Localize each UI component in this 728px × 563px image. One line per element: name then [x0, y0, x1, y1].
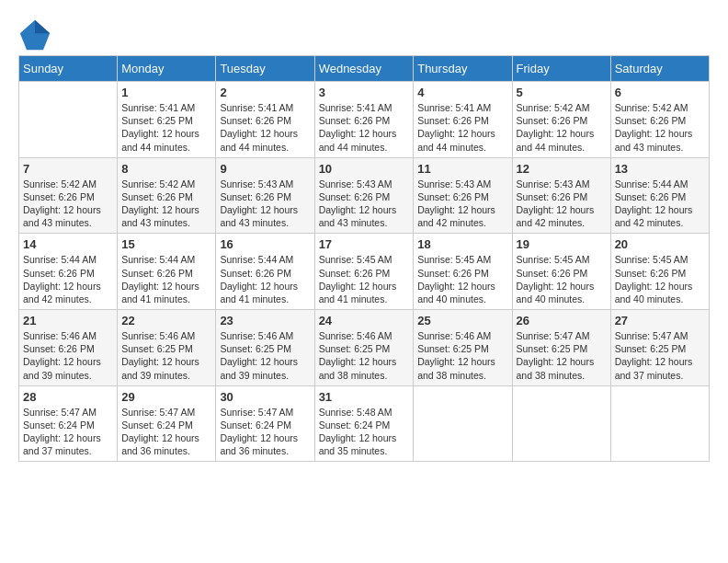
- day-number: 14: [23, 237, 113, 251]
- day-info: Sunrise: 5:47 AM Sunset: 6:24 PM Dayligh…: [220, 406, 310, 458]
- day-info: Sunrise: 5:41 AM Sunset: 6:26 PM Dayligh…: [319, 101, 410, 154]
- day-header-sunday: Sunday: [19, 56, 118, 82]
- day-info: Sunrise: 5:46 AM Sunset: 6:25 PM Dayligh…: [417, 329, 507, 382]
- calendar-cell: 12Sunrise: 5:43 AM Sunset: 6:26 PM Dayli…: [512, 157, 610, 234]
- day-number: 6: [615, 86, 705, 99]
- calendar-cell: [414, 385, 512, 462]
- calendar-cell: 6Sunrise: 5:42 AM Sunset: 6:26 PM Daylig…: [610, 82, 709, 158]
- day-number: 5: [517, 86, 607, 99]
- day-number: 26: [517, 314, 607, 327]
- day-number: 11: [417, 162, 507, 176]
- calendar-cell: 11Sunrise: 5:43 AM Sunset: 6:26 PM Dayli…: [414, 157, 512, 234]
- day-number: 21: [23, 314, 113, 327]
- day-number: 8: [121, 162, 211, 176]
- day-header-thursday: Thursday: [414, 56, 512, 82]
- calendar-cell: 23Sunrise: 5:46 AM Sunset: 6:25 PM Dayli…: [216, 310, 314, 386]
- day-number: 10: [319, 162, 410, 176]
- day-number: 27: [615, 314, 705, 327]
- day-number: 24: [319, 314, 410, 327]
- calendar-cell: 16Sunrise: 5:44 AM Sunset: 6:26 PM Dayli…: [216, 234, 314, 310]
- day-info: Sunrise: 5:45 AM Sunset: 6:26 PM Dayligh…: [615, 253, 705, 305]
- day-info: Sunrise: 5:47 AM Sunset: 6:25 PM Dayligh…: [615, 329, 705, 382]
- calendar-week-row: 21Sunrise: 5:46 AM Sunset: 6:26 PM Dayli…: [19, 310, 710, 386]
- day-info: Sunrise: 5:46 AM Sunset: 6:25 PM Dayligh…: [319, 329, 410, 382]
- day-header-tuesday: Tuesday: [216, 56, 314, 82]
- page-header: [18, 18, 710, 52]
- day-info: Sunrise: 5:42 AM Sunset: 6:26 PM Dayligh…: [615, 101, 705, 154]
- day-number: 22: [121, 314, 211, 327]
- day-number: 3: [319, 86, 410, 99]
- day-number: 9: [220, 162, 310, 176]
- day-info: Sunrise: 5:42 AM Sunset: 6:26 PM Dayligh…: [23, 178, 113, 230]
- svg-marker-1: [35, 20, 50, 33]
- calendar-cell: 4Sunrise: 5:41 AM Sunset: 6:26 PM Daylig…: [414, 82, 512, 158]
- calendar-cell: 24Sunrise: 5:46 AM Sunset: 6:25 PM Dayli…: [314, 310, 414, 386]
- day-number: 20: [615, 237, 705, 251]
- day-number: 7: [23, 162, 113, 176]
- calendar-cell: 10Sunrise: 5:43 AM Sunset: 6:26 PM Dayli…: [314, 157, 414, 234]
- logo: [18, 18, 55, 52]
- day-info: Sunrise: 5:46 AM Sunset: 6:26 PM Dayligh…: [23, 329, 113, 382]
- calendar-cell: [610, 385, 709, 462]
- day-number: 30: [220, 390, 310, 404]
- calendar-cell: 17Sunrise: 5:45 AM Sunset: 6:26 PM Dayli…: [314, 234, 414, 310]
- calendar-cell: 19Sunrise: 5:45 AM Sunset: 6:26 PM Dayli…: [512, 234, 610, 310]
- day-number: 31: [319, 390, 410, 404]
- day-info: Sunrise: 5:48 AM Sunset: 6:24 PM Dayligh…: [319, 406, 410, 458]
- calendar-body: 1Sunrise: 5:41 AM Sunset: 6:25 PM Daylig…: [19, 82, 710, 462]
- day-number: 18: [417, 237, 507, 251]
- day-header-monday: Monday: [118, 56, 216, 82]
- calendar-cell: 13Sunrise: 5:44 AM Sunset: 6:26 PM Dayli…: [610, 157, 709, 234]
- day-info: Sunrise: 5:44 AM Sunset: 6:26 PM Dayligh…: [615, 178, 705, 230]
- day-info: Sunrise: 5:43 AM Sunset: 6:26 PM Dayligh…: [319, 178, 410, 230]
- day-header-saturday: Saturday: [610, 56, 709, 82]
- day-info: Sunrise: 5:44 AM Sunset: 6:26 PM Dayligh…: [220, 253, 310, 305]
- day-info: Sunrise: 5:41 AM Sunset: 6:25 PM Dayligh…: [121, 101, 211, 154]
- day-number: 25: [417, 314, 507, 327]
- day-info: Sunrise: 5:47 AM Sunset: 6:25 PM Dayligh…: [517, 329, 607, 382]
- calendar-week-row: 1Sunrise: 5:41 AM Sunset: 6:25 PM Daylig…: [19, 82, 710, 158]
- day-header-friday: Friday: [512, 56, 610, 82]
- day-number: 4: [417, 86, 507, 99]
- day-number: 13: [615, 162, 705, 176]
- day-info: Sunrise: 5:42 AM Sunset: 6:26 PM Dayligh…: [121, 178, 211, 230]
- day-number: 17: [319, 237, 410, 251]
- day-info: Sunrise: 5:46 AM Sunset: 6:25 PM Dayligh…: [121, 329, 211, 382]
- calendar-cell: 3Sunrise: 5:41 AM Sunset: 6:26 PM Daylig…: [314, 82, 414, 158]
- calendar-week-row: 7Sunrise: 5:42 AM Sunset: 6:26 PM Daylig…: [19, 157, 710, 234]
- calendar-cell: 30Sunrise: 5:47 AM Sunset: 6:24 PM Dayli…: [216, 385, 314, 462]
- calendar-header-row: SundayMondayTuesdayWednesdayThursdayFrid…: [19, 56, 710, 82]
- calendar-cell: 15Sunrise: 5:44 AM Sunset: 6:26 PM Dayli…: [118, 234, 216, 310]
- day-number: 19: [517, 237, 607, 251]
- day-number: 16: [220, 237, 310, 251]
- day-info: Sunrise: 5:41 AM Sunset: 6:26 PM Dayligh…: [417, 101, 507, 154]
- calendar-cell: [512, 385, 610, 462]
- calendar-cell: 8Sunrise: 5:42 AM Sunset: 6:26 PM Daylig…: [118, 157, 216, 234]
- calendar-cell: 28Sunrise: 5:47 AM Sunset: 6:24 PM Dayli…: [19, 385, 118, 462]
- calendar-cell: 5Sunrise: 5:42 AM Sunset: 6:26 PM Daylig…: [512, 82, 610, 158]
- calendar-cell: 25Sunrise: 5:46 AM Sunset: 6:25 PM Dayli…: [414, 310, 512, 386]
- day-number: 28: [23, 390, 113, 404]
- calendar-cell: 7Sunrise: 5:42 AM Sunset: 6:26 PM Daylig…: [19, 157, 118, 234]
- calendar-cell: 26Sunrise: 5:47 AM Sunset: 6:25 PM Dayli…: [512, 310, 610, 386]
- calendar-cell: 14Sunrise: 5:44 AM Sunset: 6:26 PM Dayli…: [19, 234, 118, 310]
- calendar-cell: 2Sunrise: 5:41 AM Sunset: 6:26 PM Daylig…: [216, 82, 314, 158]
- calendar-table: SundayMondayTuesdayWednesdayThursdayFrid…: [18, 55, 710, 462]
- day-info: Sunrise: 5:45 AM Sunset: 6:26 PM Dayligh…: [517, 253, 607, 305]
- day-header-wednesday: Wednesday: [314, 56, 414, 82]
- day-info: Sunrise: 5:43 AM Sunset: 6:26 PM Dayligh…: [220, 178, 310, 230]
- logo-icon: [18, 18, 51, 52]
- calendar-cell: 31Sunrise: 5:48 AM Sunset: 6:24 PM Dayli…: [314, 385, 414, 462]
- day-info: Sunrise: 5:43 AM Sunset: 6:26 PM Dayligh…: [517, 178, 607, 230]
- day-info: Sunrise: 5:43 AM Sunset: 6:26 PM Dayligh…: [417, 178, 507, 230]
- day-number: 12: [517, 162, 607, 176]
- calendar-cell: 18Sunrise: 5:45 AM Sunset: 6:26 PM Dayli…: [414, 234, 512, 310]
- calendar-cell: [19, 82, 118, 158]
- day-info: Sunrise: 5:42 AM Sunset: 6:26 PM Dayligh…: [517, 101, 607, 154]
- calendar-cell: 1Sunrise: 5:41 AM Sunset: 6:25 PM Daylig…: [118, 82, 216, 158]
- calendar-week-row: 14Sunrise: 5:44 AM Sunset: 6:26 PM Dayli…: [19, 234, 710, 310]
- day-info: Sunrise: 5:45 AM Sunset: 6:26 PM Dayligh…: [319, 253, 410, 305]
- calendar-cell: 20Sunrise: 5:45 AM Sunset: 6:26 PM Dayli…: [610, 234, 709, 310]
- calendar-cell: 22Sunrise: 5:46 AM Sunset: 6:25 PM Dayli…: [118, 310, 216, 386]
- day-number: 1: [121, 86, 211, 99]
